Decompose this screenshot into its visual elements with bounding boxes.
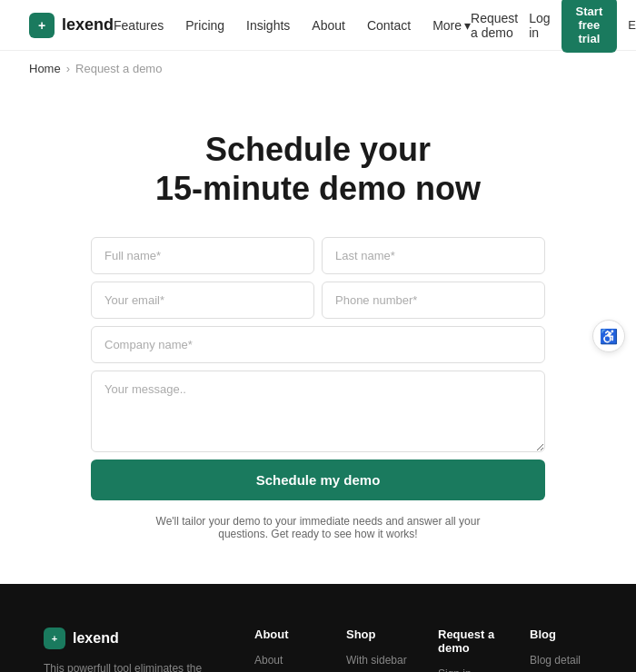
nav-pricing[interactable]: Pricing xyxy=(185,18,224,33)
footer-brand-name: lexend xyxy=(73,630,119,647)
nav-more[interactable]: More ▾ xyxy=(432,18,471,33)
footer-col-blog-title: Blog xyxy=(530,628,592,641)
footer-col-shop-title: Shop xyxy=(346,628,409,641)
language-selector[interactable]: En ▾ xyxy=(628,18,636,32)
login-link[interactable]: Log in xyxy=(529,11,550,40)
footer-brand-description: This powerfull tool eliminates the need … xyxy=(44,660,225,672)
logo-icon: + xyxy=(29,13,55,38)
full-name-input[interactable] xyxy=(91,237,314,274)
name-row xyxy=(91,237,545,274)
footer-logo-icon: + xyxy=(44,628,65,649)
breadcrumb-separator: › xyxy=(66,62,70,75)
message-input[interactable] xyxy=(91,371,545,452)
footer-columns: + lexend This powerfull tool eliminates … xyxy=(44,628,592,672)
form-note: We'll tailor your demo to your immediate… xyxy=(136,515,500,540)
footer-col-blog: Blog Blog detail FAQ 404 Coming Soon Ter… xyxy=(530,628,592,672)
demo-form: Schedule my demo We'll tailor your demo … xyxy=(91,237,545,540)
request-demo-link[interactable]: Request a demo xyxy=(471,11,518,40)
accessibility-icon: ♿ xyxy=(600,328,618,345)
nav-insights[interactable]: Insights xyxy=(246,18,290,33)
footer-col-about-title: About xyxy=(254,628,317,641)
hero-section: Schedule your 15-minute demo now Schedul… xyxy=(0,86,636,584)
accessibility-button[interactable]: ♿ xyxy=(592,320,625,352)
footer-col-shop: Shop With sidebar Product detail Product… xyxy=(346,628,409,672)
footer-blog-detail[interactable]: Blog detail xyxy=(530,654,581,667)
nav-actions: Request a demo Log in Start free trial E… xyxy=(471,0,636,53)
start-free-button[interactable]: Start free trial xyxy=(561,0,618,53)
navbar: + lexend Features Pricing Insights About… xyxy=(0,0,636,51)
nav-features[interactable]: Features xyxy=(114,18,164,33)
footer-about[interactable]: About xyxy=(254,654,283,667)
nav-about[interactable]: About xyxy=(312,18,345,33)
company-input[interactable] xyxy=(91,326,545,363)
page-title: Schedule your 15-minute demo now xyxy=(18,130,618,208)
footer-sign-in[interactable]: Sign in xyxy=(438,667,472,672)
phone-input[interactable] xyxy=(322,282,545,319)
footer-col-auth-title: Request a demo xyxy=(438,628,501,655)
footer-logo: + lexend xyxy=(44,628,225,649)
footer-col-auth: Request a demo Sign in Sign in v2 Sign u… xyxy=(438,628,501,672)
more-chevron-icon: ▾ xyxy=(464,18,471,33)
nav-links: Features Pricing Insights About Contact … xyxy=(114,18,471,33)
footer: + lexend This powerfull tool eliminates … xyxy=(0,584,636,672)
breadcrumb: Home › Request a demo xyxy=(0,51,636,86)
footer-with-sidebar[interactable]: With sidebar xyxy=(346,654,407,667)
submit-button[interactable]: Schedule my demo xyxy=(91,460,545,500)
contact-row xyxy=(91,282,545,319)
logo[interactable]: + lexend xyxy=(29,13,114,38)
footer-brand: + lexend This powerfull tool eliminates … xyxy=(44,628,225,672)
footer-col-about: About About Pricing Features Integration… xyxy=(254,628,317,672)
last-name-input[interactable] xyxy=(322,237,545,274)
email-input[interactable] xyxy=(91,282,314,319)
nav-contact[interactable]: Contact xyxy=(367,18,411,33)
breadcrumb-home[interactable]: Home xyxy=(29,62,61,75)
logo-text: lexend xyxy=(62,15,114,35)
breadcrumb-current: Request a demo xyxy=(75,62,162,75)
